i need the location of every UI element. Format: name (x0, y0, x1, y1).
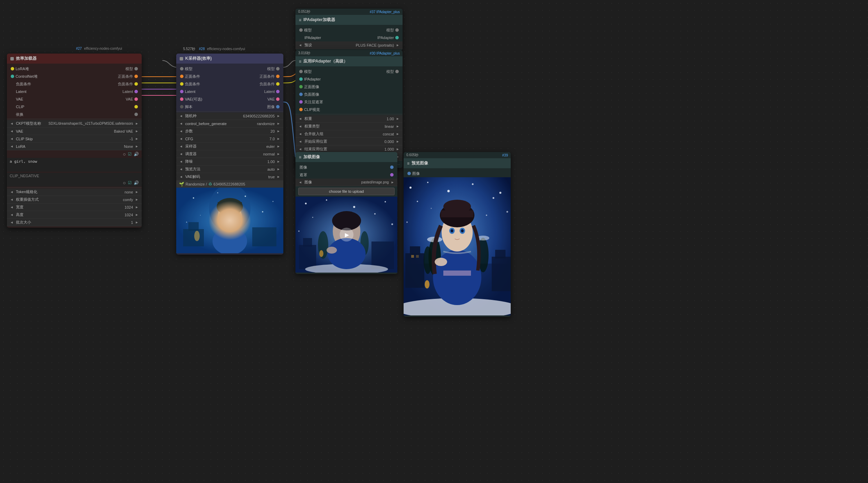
arrow-prev-right[interactable]: ► (276, 167, 281, 171)
port-k-neg-in[interactable] (180, 82, 183, 86)
arrow-apa-e-left[interactable]: ◄ (298, 147, 303, 151)
node-header-load-image[interactable]: ≡ 加载图像 (295, 152, 397, 162)
node-header-preview[interactable]: ≡ 预览图像 (404, 158, 511, 168)
slider-cbg[interactable]: ◄ control_before_generate randomize ► (176, 120, 283, 127)
check2[interactable]: ☑ (128, 180, 132, 185)
port-ipa-model-out[interactable] (395, 28, 399, 32)
arrow-ckpt-left[interactable]: ◄ (9, 122, 15, 125)
port-pos-right[interactable] (134, 75, 138, 78)
slider-apa-merge[interactable]: ◄ 合并嵌入组 concat ► (295, 130, 403, 138)
arrow-vaed-left[interactable]: ◄ (178, 175, 184, 179)
node-header-efficiency[interactable]: 效率加载器 (7, 54, 142, 64)
port-apa-pos-in[interactable] (299, 85, 303, 88)
slider-preset[interactable]: ◄ 预设 PLUS FACE (portraits) ► (295, 41, 403, 49)
port-pi-image-in[interactable] (407, 172, 411, 175)
arrow-batch-left[interactable]: ◄ (9, 220, 15, 224)
slider-vae-e[interactable]: ◄ VAE Baked VAE ► (7, 127, 142, 135)
port-k-model-out[interactable] (276, 67, 280, 70)
check1[interactable]: ☑ (128, 152, 132, 157)
node-header-ksampler[interactable]: K采样器(效率) (176, 54, 283, 64)
port-k-vae-in[interactable] (180, 97, 183, 101)
arrow-batch-right[interactable]: ► (134, 220, 140, 224)
play-button[interactable] (340, 228, 353, 242)
slider-vaedecode[interactable]: ◄ VAE解码 true ► (176, 173, 283, 181)
arrow-sampler-left[interactable]: ◄ (178, 144, 184, 148)
node-header-ipadapter-loader[interactable]: ≡ IPAdapter加载器 (295, 15, 403, 25)
node-header-apply-ipa[interactable]: ≡ 应用IPAdapter（高级） (295, 56, 403, 66)
slider-apa-weight[interactable]: ◄ 权重 1.00 ► (295, 115, 403, 123)
slider-steps[interactable]: ◄ 步数 20 ► (176, 127, 283, 135)
arrow-apa-e-right[interactable]: ► (395, 147, 400, 151)
slider-preview[interactable]: ◄ 预览方法 auto ► (176, 165, 283, 173)
arrow-steps-left[interactable]: ◄ (178, 129, 184, 133)
arrow-vae-right[interactable]: ► (134, 129, 140, 133)
port-k-neg-out[interactable] (276, 82, 280, 86)
port-lora-left[interactable] (11, 67, 14, 70)
arrow-seed-right[interactable]: ► (276, 114, 281, 118)
slider-height[interactable]: ◄ 高度 1024 ► (7, 211, 142, 219)
port-neg-right[interactable] (134, 82, 138, 86)
arrow-preset-left[interactable]: ◄ (298, 43, 303, 47)
slider-weight[interactable]: ◄ 权重插值方式 comfy ► (7, 196, 142, 203)
arrow-li-right[interactable]: ► (390, 180, 395, 184)
arrow-steps-right[interactable]: ► (276, 129, 281, 133)
port-k-latent-in[interactable] (180, 90, 183, 93)
arrow-preset-right[interactable]: ► (395, 43, 400, 47)
port-apa-model-in[interactable] (299, 70, 303, 73)
arrow-prev-left[interactable]: ◄ (178, 167, 184, 171)
arrow-denoise-right[interactable]: ► (276, 160, 281, 163)
port-ipa-adapter-out[interactable] (395, 36, 399, 39)
arrow-cbg-right[interactable]: ► (276, 122, 281, 125)
port-apa-model-out[interactable] (395, 70, 399, 73)
arrow-sampler-right[interactable]: ► (276, 144, 281, 148)
arrow-apa-m-right[interactable]: ► (395, 132, 400, 136)
arrow-lora-left[interactable]: ◄ (9, 144, 15, 148)
port-li-mask-out[interactable] (390, 173, 394, 177)
arrow-token-right[interactable]: ► (134, 190, 140, 194)
slider-batch[interactable]: ◄ 批次大小 1 ► (7, 219, 142, 226)
speaker1[interactable]: 🔊 (134, 152, 139, 157)
textarea-positive[interactable]: a girl, snow (7, 158, 142, 172)
arrow-weight-left[interactable]: ◄ (9, 198, 15, 201)
port-k-script-in[interactable] (180, 105, 183, 108)
slider-width[interactable]: ◄ 宽度 1024 ► (7, 203, 142, 211)
arrow-cbg-left[interactable]: ◄ (178, 122, 184, 125)
workflow-canvas[interactable]: 效率加载器 LoRA堆 模型 ControlNet堆 正面条件 负面条件 负面条… (0, 0, 868, 483)
port-model-right[interactable] (134, 67, 138, 70)
arrow-apa-wt-right[interactable]: ► (395, 124, 400, 128)
arrow-apa-wt-left[interactable]: ◄ (298, 124, 303, 128)
port-latent-right[interactable] (134, 90, 138, 93)
radio1[interactable]: ○ (123, 151, 126, 157)
arrow-seed-left[interactable]: ◄ (178, 114, 184, 118)
port-ipa-model-in[interactable] (299, 28, 303, 32)
arrow-cfg-left[interactable]: ◄ (178, 137, 184, 141)
arrow-apa-w-right[interactable]: ► (395, 117, 400, 121)
arrow-sched-right[interactable]: ► (276, 152, 281, 156)
slider-li-file[interactable]: ◄ 图像 pasted/image.png ► (295, 179, 397, 186)
slider-ckpt[interactable]: ◄ CKPT模型名称 SDXL/dreamshaperXL_v21TurboDP… (7, 120, 142, 127)
arrow-sched-left[interactable]: ◄ (178, 152, 184, 156)
arrow-li-left[interactable]: ◄ (298, 180, 303, 184)
port-apa-adapter-in[interactable] (299, 77, 303, 81)
port-clip-right[interactable] (134, 105, 138, 108)
slider-apa-start[interactable]: ◄ 开始应用位置 0.000 ► (295, 138, 403, 145)
port-k-image-out[interactable] (276, 105, 280, 108)
slider-seed[interactable]: ◄ 随机种 634905222688205 ► (176, 112, 283, 120)
slider-cfg[interactable]: ◄ CFG 7.0 ► (176, 135, 283, 143)
arrow-vaed-right[interactable]: ► (276, 175, 281, 179)
port-k-latent-out[interactable] (276, 90, 280, 93)
arrow-apa-w-left[interactable]: ◄ (298, 117, 303, 121)
arrow-apa-m-left[interactable]: ◄ (298, 132, 303, 136)
arrow-clip-left[interactable]: ◄ (9, 137, 15, 141)
arrow-clip-right[interactable]: ► (134, 137, 140, 141)
port-k-pos-in[interactable] (180, 75, 183, 78)
arrow-apa-s-right[interactable]: ► (395, 140, 400, 143)
slider-denoise[interactable]: ◄ 降噪 1.00 ► (176, 158, 283, 165)
port-k-vae-out[interactable] (276, 97, 280, 101)
port-apa-attn-in[interactable] (299, 100, 303, 104)
speaker2[interactable]: 🔊 (134, 180, 139, 185)
slider-sampler[interactable]: ◄ 采样器 euler ► (176, 143, 283, 150)
arrow-ckpt-right[interactable]: ► (134, 122, 140, 125)
arrow-cfg-right[interactable]: ► (276, 137, 281, 141)
port-apa-neg-in[interactable] (299, 93, 303, 96)
